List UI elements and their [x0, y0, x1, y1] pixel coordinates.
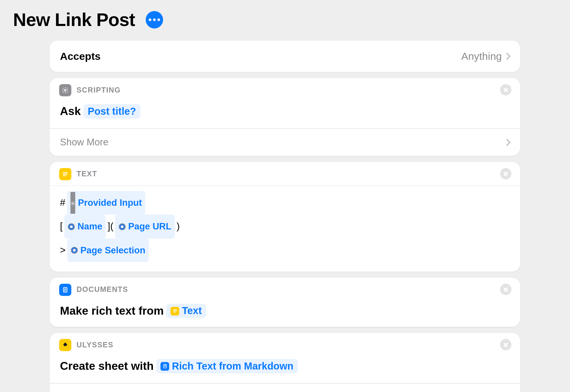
- delete-action-button[interactable]: [500, 284, 512, 295]
- document-icon: [59, 284, 72, 296]
- action-card-documents: DOCUMENTS Make rich text from Text: [50, 278, 520, 327]
- text-action-body[interactable]: # Provided Input[ Name ]( Page URL )> Pa…: [50, 185, 520, 271]
- text-icon: [59, 168, 72, 180]
- accepts-card: Accepts Anything: [50, 41, 520, 72]
- accepts-row[interactable]: Accepts Anything: [50, 41, 520, 72]
- more-options-button[interactable]: [145, 11, 163, 29]
- show-more-button[interactable]: Show More: [50, 128, 520, 156]
- chevron-right-icon: [503, 139, 511, 146]
- text-line[interactable]: [ Name ]( Page URL ): [60, 215, 510, 238]
- parameter-pill[interactable]: Post title?: [83, 104, 140, 119]
- category-label: SCRIPTING: [76, 86, 121, 95]
- accepts-value: Anything: [461, 50, 502, 62]
- text-fragment: [: [60, 215, 63, 238]
- safari-icon: [68, 223, 75, 230]
- svg-point-4: [72, 203, 74, 204]
- action-prefix: Ask: [60, 104, 81, 118]
- variable-pill[interactable]: Name: [65, 215, 106, 238]
- delete-action-button[interactable]: [500, 84, 512, 95]
- variable-pill[interactable]: Page URL: [115, 215, 175, 238]
- action-content[interactable]: Make rich text from Text: [50, 301, 520, 327]
- text-fragment: >: [60, 239, 66, 262]
- ulysses-icon: [59, 339, 72, 351]
- text-fragment: ](: [108, 215, 114, 238]
- gear-icon: [71, 192, 75, 214]
- delete-action-button[interactable]: [500, 339, 512, 351]
- safari-icon: [71, 247, 78, 254]
- safari-icon: [118, 223, 125, 230]
- action-prefix: Create sheet with: [60, 360, 154, 373]
- document-icon: [161, 362, 169, 371]
- action-card-scripting: SCRIPTING Ask Post title? Show More: [50, 78, 520, 156]
- category-label: ULYSSES: [76, 341, 113, 350]
- category-label: TEXT: [76, 170, 97, 179]
- category-label: DOCUMENTS: [76, 285, 128, 294]
- accepts-label: Accepts: [60, 50, 101, 62]
- show-more-button[interactable]: Show More: [50, 384, 520, 392]
- parameter-pill[interactable]: Rich Text from Markdown: [156, 359, 298, 373]
- text-icon: [171, 307, 179, 316]
- action-content[interactable]: Create sheet with Rich Text from Markdow…: [50, 356, 520, 383]
- action-prefix: Make rich text from: [60, 304, 164, 318]
- shortcut-title: New Link Post: [13, 9, 135, 30]
- chevron-right-icon: [503, 53, 511, 60]
- variable-pill[interactable]: Provided Input: [67, 191, 145, 215]
- action-card-text: TEXT # Provided Input[ Name ]( Page URL …: [50, 162, 520, 272]
- action-content[interactable]: Ask Post title?: [50, 102, 520, 128]
- variable-pill[interactable]: Page Selection: [67, 238, 149, 262]
- text-fragment: ): [177, 215, 180, 238]
- parameter-pill[interactable]: Text: [166, 304, 206, 318]
- text-line[interactable]: # Provided Input: [60, 191, 510, 215]
- action-card-ulysses: ULYSSES Create sheet with Rich Text from…: [50, 333, 520, 392]
- text-fragment: #: [60, 191, 65, 215]
- gear-icon: [59, 84, 72, 96]
- delete-action-button[interactable]: [500, 168, 512, 180]
- text-line[interactable]: > Page Selection: [60, 238, 510, 262]
- svg-point-0: [65, 89, 66, 91]
